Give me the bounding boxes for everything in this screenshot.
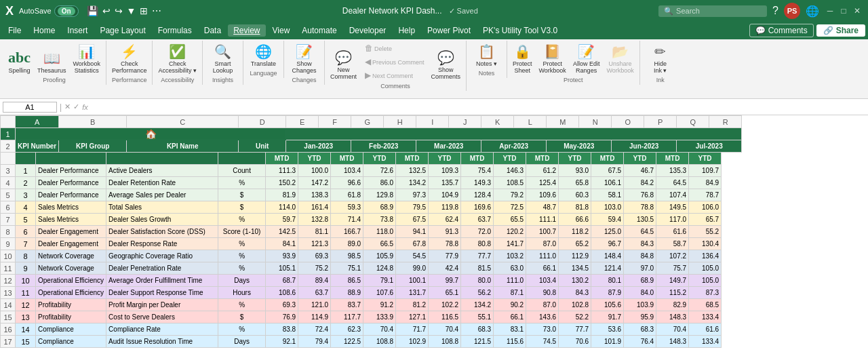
val-14-2[interactable]: 62.3 xyxy=(331,323,363,336)
menu-view[interactable]: View xyxy=(267,24,296,37)
col-H[interactable]: H xyxy=(384,116,416,128)
val-3-0[interactable]: 81.9 xyxy=(266,189,298,201)
val-10-13[interactable]: 105.0 xyxy=(689,275,722,287)
val-14-0[interactable]: 83.8 xyxy=(266,323,298,336)
sheet-scroll[interactable]: A B C D E F G H I J K L M N O P Q R 1 🏠 xyxy=(0,115,868,348)
jun-header[interactable]: Jun-2023 xyxy=(612,140,677,153)
val-5-10[interactable]: 59.4 xyxy=(591,214,624,226)
col-D[interactable]: D xyxy=(239,116,286,128)
val-4-1[interactable]: 161.4 xyxy=(298,201,331,214)
val-5-11[interactable]: 130.5 xyxy=(624,214,656,226)
comments-button[interactable]: 💬 Comments xyxy=(749,24,814,37)
val-15-10[interactable]: 101.9 xyxy=(591,336,624,348)
val-14-11[interactable]: 68.3 xyxy=(624,323,656,336)
val-13-13[interactable]: 133.4 xyxy=(689,311,722,323)
col-F[interactable]: F xyxy=(319,116,351,128)
kpi-group-5[interactable]: Sales Metrics xyxy=(36,214,106,226)
val-13-10[interactable]: 91.7 xyxy=(591,311,624,323)
val-1-1[interactable]: 100.0 xyxy=(298,165,331,177)
val-7-12[interactable]: 58.7 xyxy=(656,238,689,250)
val-1-2[interactable]: 103.4 xyxy=(331,165,363,177)
val-2-9[interactable]: 65.8 xyxy=(559,177,591,189)
kpi-group-15[interactable]: Compliance xyxy=(36,336,106,348)
val-7-10[interactable]: 96.7 xyxy=(591,238,624,250)
next-comment-button[interactable]: ▶ Next Comment xyxy=(362,69,427,81)
val-7-11[interactable]: 84.3 xyxy=(624,238,656,250)
row-header-9[interactable]: 9 xyxy=(1,238,16,250)
val-6-13[interactable]: 55.2 xyxy=(689,226,722,238)
col-B[interactable]: B xyxy=(59,116,127,128)
val-9-4[interactable]: 99.0 xyxy=(396,262,429,275)
workbook-statistics-button[interactable]: 📊 WorkbookStatistics xyxy=(71,42,103,75)
kpi-num-4[interactable]: 4 xyxy=(16,201,36,214)
val-15-5[interactable]: 108.8 xyxy=(429,336,461,348)
row-header-6[interactable]: 6 xyxy=(1,201,16,214)
val-1-0[interactable]: 111.3 xyxy=(266,165,298,177)
col-G[interactable]: G xyxy=(351,116,384,128)
val-13-5[interactable]: 116.5 xyxy=(429,311,461,323)
val-8-0[interactable]: 93.9 xyxy=(266,250,298,262)
kpi-name-13[interactable]: Cost to Serve Dealers xyxy=(106,311,218,323)
kpi-num-header[interactable]: KPI Number xyxy=(16,140,59,153)
val-9-1[interactable]: 75.2 xyxy=(298,262,331,275)
minimize-button[interactable]: ─ xyxy=(825,5,835,16)
val-2-3[interactable]: 86.0 xyxy=(363,177,396,189)
menu-automate[interactable]: Automate xyxy=(296,24,342,37)
kpi-num-10[interactable]: 10 xyxy=(16,275,36,287)
val-6-8[interactable]: 100.7 xyxy=(526,226,559,238)
kpi-name-5[interactable]: Dealer Sales Growth xyxy=(106,214,218,226)
row-header-12[interactable]: 12 xyxy=(1,275,16,287)
smart-lookup-button[interactable]: 🔍 SmartLookup xyxy=(210,42,236,75)
col-C[interactable]: C xyxy=(127,116,239,128)
val-3-5[interactable]: 104.9 xyxy=(429,189,461,201)
row-header-2[interactable]: 2 xyxy=(1,140,16,153)
val-5-1[interactable]: 132.8 xyxy=(298,214,331,226)
grid-icon[interactable]: ⊞ xyxy=(140,5,148,16)
val-9-0[interactable]: 105.1 xyxy=(266,262,298,275)
val-10-5[interactable]: 99.7 xyxy=(429,275,461,287)
kpi-num-2[interactable]: 2 xyxy=(16,177,36,189)
val-12-4[interactable]: 81.2 xyxy=(396,299,429,311)
mar-header[interactable]: Mar-2023 xyxy=(416,140,481,153)
kpi-num-8[interactable]: 8 xyxy=(16,250,36,262)
save-icon[interactable]: 💾 xyxy=(87,5,98,16)
val-4-6[interactable]: 169.6 xyxy=(461,201,494,214)
jul-header[interactable]: Jul-2023 xyxy=(677,140,742,153)
val-2-5[interactable]: 135.7 xyxy=(429,177,461,189)
val-5-7[interactable]: 65.5 xyxy=(494,214,526,226)
val-2-13[interactable]: 84.9 xyxy=(689,177,722,189)
feb-header[interactable]: Feb-2023 xyxy=(351,140,416,153)
val-3-2[interactable]: 61.8 xyxy=(331,189,363,201)
val-4-5[interactable]: 119.8 xyxy=(429,201,461,214)
kpi-num-9[interactable]: 9 xyxy=(16,262,36,275)
kpi-name-2[interactable]: Dealer Retention Rate xyxy=(106,177,218,189)
kpi-num-15[interactable]: 15 xyxy=(16,336,36,348)
val-7-2[interactable]: 89.0 xyxy=(331,238,363,250)
kpi-name-15[interactable]: Audit Issue Resolution Time xyxy=(106,336,218,348)
kpi-group-8[interactable]: Network Coverage xyxy=(36,250,106,262)
val-4-3[interactable]: 68.9 xyxy=(363,201,396,214)
delete-comment-button[interactable]: 🗑 Delete xyxy=(362,42,427,54)
menu-home[interactable]: Home xyxy=(28,24,60,37)
cancel-formula-icon[interactable]: ✕ xyxy=(64,102,71,111)
val-1-13[interactable]: 109.7 xyxy=(689,165,722,177)
val-2-8[interactable]: 125.4 xyxy=(526,177,559,189)
val-9-3[interactable]: 124.8 xyxy=(363,262,396,275)
val-3-7[interactable]: 79.2 xyxy=(494,189,526,201)
val-8-5[interactable]: 77.9 xyxy=(429,250,461,262)
val-10-4[interactable]: 100.1 xyxy=(396,275,429,287)
val-4-9[interactable]: 81.8 xyxy=(559,201,591,214)
val-8-10[interactable]: 148.4 xyxy=(591,250,624,262)
more-tools-icon[interactable]: ⋯ xyxy=(152,5,161,16)
val-13-12[interactable]: 148.3 xyxy=(656,311,689,323)
kpi-unit-3[interactable]: $ xyxy=(218,189,266,201)
jan-header[interactable]: Jan-2023 xyxy=(286,140,351,153)
kpi-unit-1[interactable]: Count xyxy=(218,165,266,177)
kpi-unit-13[interactable]: $ xyxy=(218,311,266,323)
kpi-name-4[interactable]: Total Sales xyxy=(106,201,218,214)
val-13-7[interactable]: 66.1 xyxy=(494,311,526,323)
menu-insert[interactable]: Insert xyxy=(62,24,93,37)
val-4-4[interactable]: 79.5 xyxy=(396,201,429,214)
val-14-9[interactable]: 77.7 xyxy=(559,323,591,336)
val-1-12[interactable]: 135.3 xyxy=(656,165,689,177)
